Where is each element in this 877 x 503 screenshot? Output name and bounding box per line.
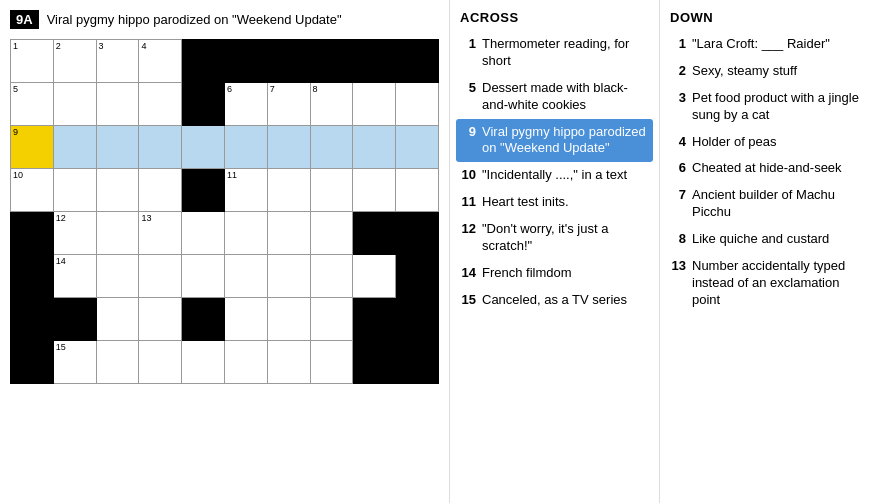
clue-description: Sexy, steamy stuff	[692, 63, 797, 80]
crossword-grid[interactable]: 1 2 3 4 5 6	[10, 39, 439, 384]
down-clue-item[interactable]: 4Holder of peas	[666, 129, 871, 156]
grid-cell[interactable]	[139, 298, 182, 341]
clue-description: Ancient builder of Machu Picchu	[692, 187, 867, 221]
down-clue-item[interactable]: 13Number accidentally typed instead of a…	[666, 253, 871, 314]
clue-description: Like quiche and custard	[692, 231, 829, 248]
grid-cell[interactable]	[53, 169, 96, 212]
grid-cell[interactable]	[224, 212, 267, 255]
grid-cell[interactable]	[139, 341, 182, 384]
grid-cell[interactable]	[310, 169, 353, 212]
clue-description: Number accidentally typed instead of an …	[692, 258, 867, 309]
grid-cell[interactable]	[267, 298, 310, 341]
grid-cell[interactable]	[267, 341, 310, 384]
grid-cell-black	[396, 341, 439, 384]
grid-cell[interactable]: 13	[139, 212, 182, 255]
grid-cell-black	[310, 40, 353, 83]
grid-cell[interactable]	[139, 255, 182, 298]
grid-cell[interactable]: 12	[53, 212, 96, 255]
grid-cell-black	[11, 341, 54, 384]
grid-cell-blue[interactable]	[353, 126, 396, 169]
grid-cell[interactable]: 7	[267, 83, 310, 126]
grid-cell[interactable]: 15	[53, 341, 96, 384]
grid-cell[interactable]	[353, 255, 396, 298]
across-clue-item[interactable]: 9Viral pygmy hippo parodized on "Weekend…	[456, 119, 653, 163]
grid-cell[interactable]: 10	[11, 169, 54, 212]
clue-description: Holder of peas	[692, 134, 777, 151]
grid-row: 15	[11, 341, 439, 384]
down-clue-list: 1"Lara Croft: ___ Raider"2Sexy, steamy s…	[660, 31, 877, 503]
grid-cell-blue[interactable]	[310, 126, 353, 169]
clue-number: 7	[670, 187, 686, 221]
grid-cell[interactable]	[267, 255, 310, 298]
grid-cell[interactable]: 5	[11, 83, 54, 126]
grid-cell[interactable]	[182, 255, 225, 298]
across-clue-item[interactable]: 5Dessert made with black-and-white cooki…	[456, 75, 653, 119]
clue-description: Heart test inits.	[482, 194, 569, 211]
grid-cell[interactable]	[310, 341, 353, 384]
down-clue-item[interactable]: 3Pet food product with a jingle sung by …	[666, 85, 871, 129]
grid-cell[interactable]	[224, 298, 267, 341]
grid-cell[interactable]	[310, 298, 353, 341]
grid-cell[interactable]	[96, 212, 139, 255]
grid-cell-yellow[interactable]: 9	[11, 126, 54, 169]
down-clue-item[interactable]: 6Cheated at hide-and-seek	[666, 155, 871, 182]
clue-number: 5	[460, 80, 476, 114]
across-clue-item[interactable]: 11Heart test inits.	[456, 189, 653, 216]
across-clue-item[interactable]: 14French filmdom	[456, 260, 653, 287]
grid-cell[interactable]	[96, 341, 139, 384]
down-clue-item[interactable]: 7Ancient builder of Machu Picchu	[666, 182, 871, 226]
grid-cell[interactable]	[310, 255, 353, 298]
grid-cell-blue[interactable]	[396, 126, 439, 169]
clue-number: 8	[670, 231, 686, 248]
grid-cell[interactable]	[96, 169, 139, 212]
grid-cell-blue[interactable]	[224, 126, 267, 169]
across-clue-item[interactable]: 12"Don't worry, it's just a scratch!"	[456, 216, 653, 260]
grid-cell[interactable]: 14	[53, 255, 96, 298]
grid-row: 12 13	[11, 212, 439, 255]
grid-cell[interactable]	[224, 341, 267, 384]
grid-cell[interactable]	[182, 212, 225, 255]
grid-cell[interactable]: 4	[139, 40, 182, 83]
grid-cell-blue[interactable]	[267, 126, 310, 169]
grid-cell[interactable]	[139, 83, 182, 126]
down-title: DOWN	[660, 0, 877, 31]
clue-description: Dessert made with black-and-white cookie…	[482, 80, 649, 114]
grid-cell[interactable]	[310, 212, 353, 255]
grid-cell[interactable]: 6	[224, 83, 267, 126]
grid-cell[interactable]	[396, 169, 439, 212]
grid-cell[interactable]	[353, 83, 396, 126]
grid-cell[interactable]	[53, 83, 96, 126]
grid-row: 14	[11, 255, 439, 298]
grid-cell[interactable]	[139, 169, 182, 212]
grid-cell[interactable]	[96, 298, 139, 341]
grid-cell[interactable]: 2	[53, 40, 96, 83]
grid-cell[interactable]	[96, 255, 139, 298]
grid-cell[interactable]	[353, 169, 396, 212]
across-clue-item[interactable]: 15Canceled, as a TV series	[456, 287, 653, 314]
down-clue-item[interactable]: 8Like quiche and custard	[666, 226, 871, 253]
grid-cell[interactable]	[267, 169, 310, 212]
grid-cell-blue[interactable]	[96, 126, 139, 169]
grid-cell[interactable]	[96, 83, 139, 126]
grid-cell[interactable]	[182, 341, 225, 384]
clue-description: Cheated at hide-and-seek	[692, 160, 842, 177]
across-clue-item[interactable]: 10"Incidentally ....," in a text	[456, 162, 653, 189]
grid-cell[interactable]	[267, 212, 310, 255]
across-clue-item[interactable]: 1Thermometer reading, for short	[456, 31, 653, 75]
clue-number: 1	[670, 36, 686, 53]
grid-cell-blue[interactable]	[53, 126, 96, 169]
down-clue-item[interactable]: 1"Lara Croft: ___ Raider"	[666, 31, 871, 58]
clue-description: Thermometer reading, for short	[482, 36, 649, 70]
grid-cell[interactable]	[224, 255, 267, 298]
grid-row: 10 11	[11, 169, 439, 212]
grid-cell[interactable]: 3	[96, 40, 139, 83]
grid-cell[interactable]	[396, 83, 439, 126]
grid-cell-black	[396, 255, 439, 298]
grid-cell[interactable]: 1	[11, 40, 54, 83]
grid-cell[interactable]: 11	[224, 169, 267, 212]
grid-cell-blue[interactable]	[139, 126, 182, 169]
grid-cell[interactable]: 8	[310, 83, 353, 126]
grid-cell-blue[interactable]	[182, 126, 225, 169]
down-clue-item[interactable]: 2Sexy, steamy stuff	[666, 58, 871, 85]
clue-description: "Lara Croft: ___ Raider"	[692, 36, 830, 53]
